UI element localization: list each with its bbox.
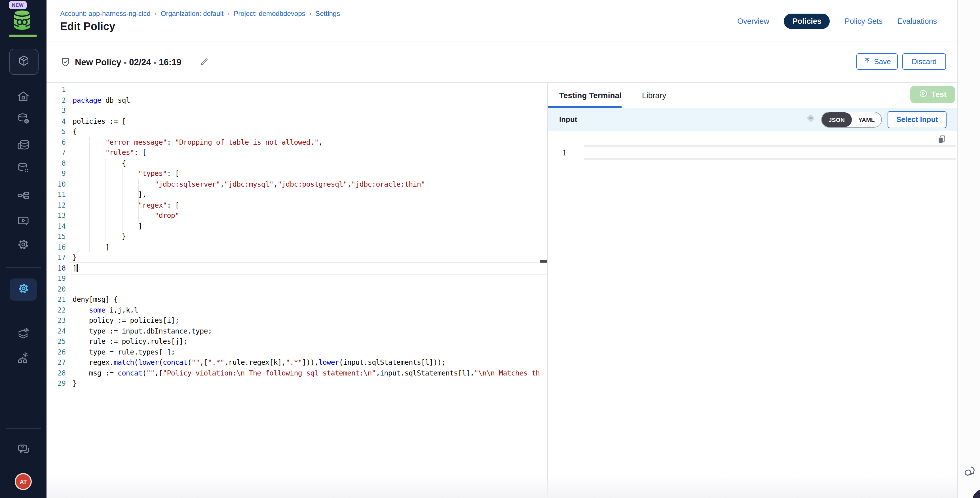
hierarchy-gear-icon — [16, 351, 30, 367]
code-line: 13 "drop" — [46, 210, 547, 221]
sidebar-item-db-schemas[interactable] — [0, 161, 46, 177]
testing-terminal-panel: Testing Terminal Library Test Input </> … — [548, 83, 957, 498]
shield-check-icon — [60, 57, 71, 70]
save-button[interactable]: Save — [856, 53, 898, 70]
code-line: 19 — [46, 274, 547, 284]
sidebar-item-home[interactable] — [0, 90, 46, 105]
toggle-json[interactable]: JSON — [822, 112, 851, 127]
gear-icon — [16, 238, 30, 253]
input-section-header: Input </> JSON YAML Select Input — [548, 108, 957, 131]
code-line: 20 — [46, 284, 547, 294]
database-grid-icon — [16, 161, 30, 177]
dbdevops-logo-icon[interactable] — [12, 9, 32, 33]
discard-button[interactable]: Discard — [902, 53, 946, 70]
database-stack-icon — [16, 138, 30, 154]
copy-icon[interactable] — [937, 134, 947, 146]
code-line: 14 ] — [46, 221, 547, 231]
sidebar-item-executions[interactable] — [0, 214, 46, 230]
input-label: Input — [559, 115, 805, 124]
code-line: 2package db_sql — [46, 95, 547, 105]
code-line: 28 msg := concat("",["Policy violation:\… — [46, 368, 547, 378]
code-line: 6 "error_message": "Dropping of table is… — [46, 137, 547, 148]
code-line: 7 "rules": [ — [46, 148, 547, 158]
sidebar-module-selector[interactable] — [9, 49, 38, 75]
sidebar-item-databases[interactable] — [0, 138, 46, 154]
code-line: 3 — [46, 105, 547, 116]
home-icon — [16, 90, 30, 105]
test-button[interactable]: Test — [910, 86, 955, 103]
breadcrumb-separator: › — [309, 10, 312, 18]
sidebar-item-infra-settings[interactable] — [0, 351, 46, 367]
play-screen-icon — [16, 214, 30, 230]
sidebar-item-help[interactable]: ? — [0, 442, 46, 459]
test-input-editor[interactable]: 1 — [548, 145, 957, 160]
breadcrumb-separator: › — [154, 10, 157, 18]
code-line: 26 type = rule.types[_]; — [46, 347, 547, 357]
new-badge: NEW — [9, 1, 26, 9]
pipeline-flow-icon — [16, 189, 30, 205]
sidebar: NEW — [0, 0, 46, 498]
help-chat-icon: ? — [16, 442, 30, 459]
logo-underline — [9, 35, 37, 37]
tab-policy-sets[interactable]: Policy Sets — [845, 17, 883, 25]
breadcrumb: Account: app-harness-ng-cicd›Organizatio… — [60, 10, 340, 18]
upload-icon — [863, 57, 871, 66]
tab-overview[interactable]: Overview — [737, 17, 769, 25]
policy-nav-tabs: Overview Policies Policy Sets Evaluation… — [737, 14, 937, 29]
code-lines: 12package db_sql34policies := [5{6 "erro… — [46, 84, 547, 389]
format-toggle: JSON YAML — [821, 111, 882, 127]
sidebar-item-settings-gray[interactable] — [0, 238, 46, 253]
code-line: 25 rule := policy.rules[j]; — [46, 336, 547, 347]
overview-ruler-mark — [540, 260, 547, 263]
toggle-yaml[interactable]: YAML — [851, 112, 881, 127]
code-line: 10 "jdbc:sqlserver","jdbc:mysql","jdbc:p… — [46, 179, 547, 189]
tab-policies[interactable]: Policies — [784, 14, 830, 29]
sidebar-divider — [6, 267, 41, 268]
code-line: 18] — [46, 263, 547, 274]
svg-text:</>: </> — [809, 116, 813, 120]
tab-library[interactable]: Library — [642, 91, 667, 100]
policy-code-editor[interactable]: 12package db_sql34policies := [5{6 "erro… — [46, 83, 547, 498]
terminal-tabs: Testing Terminal Library — [548, 83, 957, 108]
tab-testing-terminal[interactable]: Testing Terminal — [559, 91, 622, 100]
code-line: 15 } — [46, 231, 547, 242]
database-gear-icon — [16, 112, 30, 127]
code-line: 23 policy := policies[i]; — [46, 315, 547, 326]
sidebar-item-pipelines[interactable] — [0, 189, 46, 205]
code-line: 12 "regex": [ — [46, 200, 547, 210]
layers-gear-icon — [16, 327, 30, 342]
header-divider — [46, 41, 957, 41]
code-line: 8 { — [46, 158, 547, 169]
text-cursor — [76, 264, 77, 272]
harness-policy-editor-page: NEW — [0, 0, 980, 498]
cube-icon — [18, 54, 30, 69]
right-rail — [957, 0, 980, 498]
sidebar-item-settings-active[interactable] — [10, 278, 37, 301]
svg-text:?: ? — [21, 445, 24, 450]
breadcrumb-settings[interactable]: Settings — [316, 10, 340, 18]
code-line: 1 — [46, 84, 547, 95]
input-line-number: 1 — [548, 148, 566, 157]
input-current-line — [584, 145, 956, 160]
code-line: 9 "types": [ — [46, 169, 547, 179]
sidebar-item-layers-settings[interactable] — [0, 327, 46, 342]
breadcrumb-account[interactable]: Account: app-harness-ng-cicd — [60, 10, 151, 18]
breadcrumb-organization[interactable]: Organization: default — [161, 10, 224, 18]
breadcrumb-separator: › — [228, 10, 230, 18]
play-circle-icon — [919, 89, 928, 100]
sidebar-divider-bottom — [6, 428, 41, 429]
code-line: 17} — [46, 252, 547, 263]
edit-name-icon[interactable] — [200, 57, 209, 68]
gear-icon-active — [17, 282, 30, 297]
code-line: 22 some i,j,k,l — [46, 305, 547, 315]
code-line: 27 regex.match(lower(concat("",[".*",rul… — [46, 357, 547, 368]
chat-bubbles-icon[interactable] — [963, 465, 976, 480]
sidebar-item-db-instances[interactable] — [0, 112, 46, 127]
select-input-button[interactable]: Select Input — [888, 111, 947, 128]
code-line: 5{ — [46, 126, 547, 137]
breadcrumb-project[interactable]: Project: demodbdevops — [234, 10, 305, 18]
tab-evaluations[interactable]: Evaluations — [897, 17, 937, 25]
user-avatar[interactable]: AT — [16, 474, 30, 489]
code-line: 24 type := input.dbInstance.type; — [46, 326, 547, 336]
code-line: 4policies := [ — [46, 116, 547, 126]
